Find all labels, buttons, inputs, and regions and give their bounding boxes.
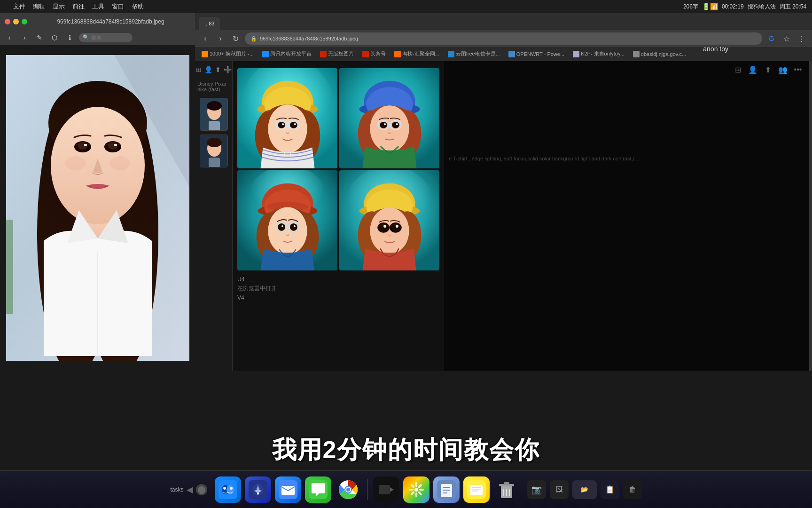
sidebar-thumb-2[interactable]	[200, 135, 228, 167]
svg-point-34	[268, 104, 307, 153]
bookmark-qbasldj[interactable]: qbasldj.njga.gov.c...	[630, 50, 689, 58]
portrait-image	[6, 55, 189, 361]
dock-separator	[367, 479, 367, 500]
svg-rect-121	[472, 487, 481, 488]
address-bar[interactable]: 🔒 969fc1368838d44a784f8c15892bfadb.jpeg	[245, 32, 762, 45]
prompt-label: Disney Pixar nika (fast)	[197, 81, 230, 92]
dock-launchpad[interactable]	[245, 476, 271, 503]
browser-back[interactable]: ‹	[200, 33, 211, 44]
dock-finder[interactable]	[215, 476, 241, 503]
search-icon: 🔍	[83, 34, 89, 40]
bookmark-btn[interactable]: ☆	[781, 33, 792, 44]
share-button[interactable]: ⬡	[49, 32, 60, 43]
browser-chrome: ...83 ‹ › ↻ 🔒 969fc1368838d44a784f8c1589…	[195, 13, 812, 61]
share-icon[interactable]: ⬆	[763, 65, 773, 74]
maximize-button[interactable]	[22, 19, 27, 24]
dock-notes[interactable]	[463, 476, 490, 503]
more-btn[interactable]: ⋮	[796, 33, 807, 44]
user-add-icon[interactable]: 👥	[778, 65, 788, 74]
dock-arrow-left[interactable]: ◀	[187, 484, 193, 495]
input-method[interactable]: 搜狗输入法	[748, 3, 776, 11]
svg-point-15	[109, 156, 130, 170]
menu-file[interactable]: 文件	[13, 2, 25, 11]
grid-view-icon[interactable]: ⊞	[733, 65, 742, 74]
menu-edit[interactable]: 编辑	[33, 2, 45, 11]
svg-point-94	[257, 487, 259, 490]
svg-point-54	[384, 123, 386, 125]
svg-rect-107	[417, 484, 422, 488]
dock-right-btn3[interactable]: 📂	[572, 480, 597, 499]
open-browser-link[interactable]: 在浏览器中打开	[237, 285, 439, 293]
photo-viewer-titlebar: 969fc1368838d44a784f8c15892bfadb.jpeg	[0, 13, 195, 30]
dock-notes-btn[interactable]: 📋	[601, 480, 619, 499]
grid-cell-1[interactable]	[237, 68, 337, 168]
menu-window[interactable]: 窗口	[112, 2, 124, 11]
bookmark-tencent[interactable]: 腾讯内容开放平台	[259, 49, 314, 58]
bookmark-k2p[interactable]: K2P- 来自onlytoy...	[570, 49, 627, 58]
close-button[interactable]	[5, 19, 10, 24]
bookmark-favicon-5	[394, 51, 401, 57]
bookmark-1000[interactable]: 1000+ 换秋图片 -...	[199, 49, 257, 58]
grid-cell-4[interactable]	[339, 170, 439, 270]
menu-help[interactable]: 帮助	[132, 2, 144, 11]
search-box[interactable]: 🔍	[79, 33, 133, 42]
person-icon[interactable]: 👤	[204, 66, 212, 73]
grid-cell-2[interactable]	[339, 68, 439, 168]
menu-view[interactable]: 显示	[53, 2, 65, 11]
add-person-icon[interactable]: ➕	[224, 66, 232, 73]
camera-icon: 📷	[531, 484, 542, 495]
u4-label: U4	[237, 276, 439, 283]
browser-content: ⊞ 👤 ⬆ ➕ Disney Pixar nika (fast)	[195, 61, 812, 371]
forward-button[interactable]: ›	[19, 32, 30, 43]
dock-mail[interactable]	[275, 476, 301, 503]
svg-point-85	[390, 222, 402, 233]
browser-reload[interactable]: ↻	[230, 33, 241, 44]
minimize-button[interactable]	[13, 19, 19, 24]
back-button[interactable]: ‹	[4, 32, 15, 43]
dock-trash[interactable]	[493, 476, 520, 503]
svg-point-73	[294, 225, 296, 227]
dock-files[interactable]	[433, 476, 460, 503]
folder-icon: 📂	[581, 486, 588, 493]
bookmark-favicon-4	[362, 51, 369, 57]
dock-messages[interactable]	[305, 476, 331, 503]
dock-video[interactable]	[373, 476, 399, 503]
svg-rect-117	[443, 490, 450, 491]
browser-forward[interactable]: ›	[215, 33, 226, 44]
dots-icon[interactable]: •••	[793, 65, 803, 74]
messages-icon	[309, 480, 328, 499]
menu-tools[interactable]: 工具	[92, 2, 104, 11]
thumb-img-2	[200, 135, 228, 167]
browser-tab-active[interactable]: ...83	[199, 17, 220, 30]
grid-cell-3[interactable]	[237, 170, 337, 270]
bookmark-favicon-1	[202, 51, 208, 57]
upload-icon[interactable]: ⬆	[215, 66, 221, 73]
dock-circle-btn[interactable]: ⬤	[196, 484, 207, 495]
dock-right-btn2[interactable]: 🖼	[550, 480, 569, 499]
bookmark-taobao[interactable]: 淘榜-汇聚全网...	[391, 49, 442, 58]
svg-point-20	[207, 101, 222, 111]
svg-rect-103	[379, 485, 390, 494]
dock-trash-btn[interactable]: 🗑	[623, 480, 642, 499]
dock-chrome[interactable]	[335, 476, 361, 503]
search-input[interactable]	[91, 35, 129, 40]
grid-icon[interactable]: ⊞	[196, 66, 202, 73]
dock-photos[interactable]	[403, 476, 429, 503]
dock-right-btn1[interactable]: 📷	[527, 480, 546, 499]
info-button[interactable]: ℹ	[64, 32, 75, 43]
edit-button[interactable]: ✎	[34, 32, 45, 43]
svg-rect-21	[209, 121, 220, 131]
google-btn[interactable]: G	[766, 33, 777, 44]
svg-rect-109	[417, 491, 422, 495]
menu-go[interactable]: 前往	[72, 2, 85, 11]
bookmark-images[interactable]: 无版权图片	[317, 49, 357, 58]
user-icon[interactable]: 👤	[748, 65, 757, 74]
generated-image-2	[339, 68, 439, 168]
dock-right-controls: 📷 🖼 📂 📋 🗑	[527, 480, 642, 499]
bookmark-cloud[interactable]: 云图free电信卡是...	[445, 49, 503, 58]
trash-icon	[496, 479, 517, 500]
scrollbar[interactable]	[809, 61, 812, 371]
sidebar-thumb-1[interactable]	[200, 98, 228, 131]
bookmark-toutiao[interactable]: 头条号	[359, 49, 389, 58]
bookmark-openwrt[interactable]: OPENWRT - Powe...	[506, 50, 567, 58]
